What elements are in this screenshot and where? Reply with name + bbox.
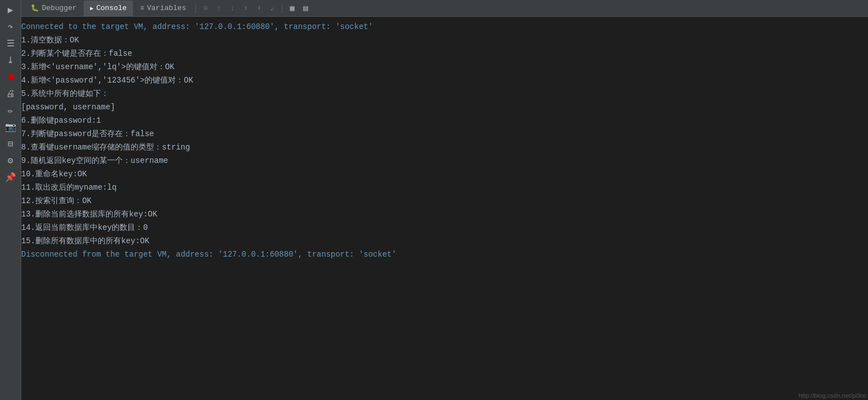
tab-debugger-label: Debugger [42,4,76,12]
sidebar: ▶↷☰⤓⏺🖨✏📷⊟⚙📌 [0,0,21,400]
tab-debugger[interactable]: 🐛 Debugger [25,1,83,16]
toolbar-watch-btn[interactable]: ▤ [299,2,311,15]
console-line-text: 3.新增<'username','lq'>的键值对：OK [21,61,864,73]
console-line: 7.判断键password是否存在：false [21,127,868,141]
console-line: 11.取出改后的myname:lq [21,181,868,194]
console-line-text: [password, username] [21,101,864,113]
print-button[interactable]: 🖨 [3,86,18,102]
tab-variables-label: Variables [147,4,186,12]
console-line: 3.新增<'username','lq'>的键值对：OK [21,60,868,74]
tab-variables[interactable]: ≡ Variables [134,1,192,16]
record-button[interactable]: ⏺ [3,69,18,85]
console-line-text: 8.查看键username缩存储的值的类型：string [21,141,864,153]
console-line: 6.删除键password:1 [21,114,868,127]
console-line-text: 9.随机返回key空间的某一个：username [21,155,864,167]
console-line: Connected to the target VM, address: '12… [21,20,868,33]
tab-console-label: Console [96,4,127,12]
console-line: 15.删除所有数据库中的所有key:OK [21,234,868,248]
console-line: 10.重命名key:OK [21,167,868,181]
toolbar-separator-1 [195,3,196,13]
toolbar-down-btn[interactable]: ↓ [226,2,238,15]
console-icon: ▶ [90,5,93,12]
console-line-text: 12.按索引查询：OK [21,195,864,207]
layers-button[interactable]: ⊟ [3,136,18,152]
console-line-text: 10.重命名key:OK [21,168,864,180]
toolbar-step-out-btn[interactable]: ⬆ [239,2,252,15]
console-line: 8.查看键username缩存储的值的类型：string [21,141,868,154]
console-line-text: 11.取出改后的myname:lq [21,181,864,194]
resume-button[interactable]: ▶ [3,2,18,18]
console-output[interactable]: Connected to the target VM, address: '12… [21,17,868,400]
console-line: 14.返回当前数据库中key的数目：0 [21,221,868,234]
console-line-text: 4.新增<'password','123456'>的键值对：OK [21,74,864,86]
download-button[interactable]: ⤓ [3,52,18,68]
console-line-text: 6.删除键password:1 [21,114,864,127]
main-area: 🐛 Debugger ▶ Console ≡ Variables ≡ ↑ ↓ ⬆… [21,0,868,400]
console-line-text: 7.判断键password是否存在：false [21,128,864,140]
tab-console[interactable]: ▶ Console [84,1,133,16]
console-line: Disconnected from the target VM, address… [21,248,868,261]
toolbar-separator-2 [282,3,282,13]
toolbar-up-btn[interactable]: ↑ [213,2,225,15]
console-line-text: Disconnected from the target VM, address… [21,248,864,261]
pin-button[interactable]: 📌 [3,170,18,185]
edit-button[interactable]: ✏ [3,103,18,118]
console-line-text: 1.清空数据：OK [21,34,864,46]
console-line: 12.按索引查询：OK [21,194,868,208]
console-line: 9.随机返回key空间的某一个：username [21,154,868,167]
console-line-text: Connected to the target VM, address: '12… [21,21,864,33]
console-line-text: 2.判断某个键是否存在：false [21,47,864,60]
console-line: 5.系统中所有的键如下： [21,87,868,100]
console-line: 13.删除当前选择数据库的所有key:OK [21,208,868,221]
toolbar: 🐛 Debugger ▶ Console ≡ Variables ≡ ↑ ↓ ⬆… [21,0,868,17]
mute-button[interactable]: ☰ [3,36,18,51]
console-line-text: 15.删除所有数据库中的所有key:OK [21,235,864,247]
console-line-text: 14.返回当前数据库中key的数目：0 [21,221,864,234]
console-line-text: 13.删除当前选择数据库的所有key:OK [21,208,864,220]
console-line: 2.判断某个键是否存在：false [21,47,868,60]
variables-icon: ≡ [140,4,144,12]
toolbar-align-btn[interactable]: ≡ [199,2,212,15]
camera-button[interactable]: 📷 [3,119,18,135]
watermark: http://blog.csdn.net/pi9nc [799,392,867,399]
console-line: 1.清空数据：OK [21,33,868,47]
toolbar-step-in-btn[interactable]: ⬇ [253,2,265,15]
debugger-icon: 🐛 [31,4,39,12]
console-line-text: 5.系统中所有的键如下： [21,88,864,100]
toolbar-evaluate-btn[interactable]: ▦ [286,2,298,15]
toolbar-cursor-btn[interactable]: ↙ [266,2,279,15]
console-line: [password, username] [21,100,868,114]
step-over-side-button[interactable]: ↷ [3,19,18,35]
console-line: 4.新增<'password','123456'>的键值对：OK [21,74,868,87]
settings-button[interactable]: ⚙ [3,153,18,168]
